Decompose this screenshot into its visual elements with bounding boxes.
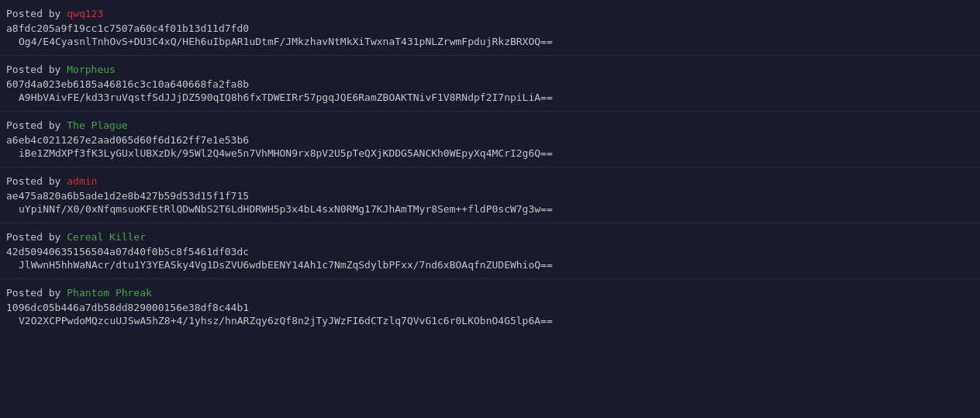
- hash-line-1: a8fdc205a9f19cc1c7507a60c4f01b13d11d7fd0: [6, 22, 974, 34]
- posted-by-label-4: Posted by: [6, 175, 67, 187]
- encoded-line-6: V2O2XCPPwdoMQzcuUJSwA5hZ8+4/1yhsz/hnARZq…: [6, 315, 974, 326]
- posted-by-line-4: Posted by admin: [6, 175, 974, 187]
- posted-by-line-1: Posted by qwq123: [6, 8, 974, 19]
- post-block-6: Posted by Phantom Phreak1096dc05b446a7db…: [0, 279, 980, 334]
- encoded-line-2: A9HbVAivFE/kd33ruVqstfSdJJjDZ590qIQ8h6fx…: [6, 92, 974, 103]
- posted-by-label-6: Posted by: [6, 287, 67, 299]
- hash-line-5: 42d50940635156504a07d40f0b5c8f5461df03dc: [6, 246, 974, 257]
- posted-by-line-5: Posted by Cereal Killer: [6, 231, 974, 243]
- posts-container: Posted by qwq123a8fdc205a9f19cc1c7507a60…: [0, 0, 980, 334]
- posted-by-label-1: Posted by: [6, 8, 67, 19]
- username-5[interactable]: Cereal Killer: [67, 231, 146, 243]
- post-block-2: Posted by Morpheus607d4a023eb6185a46816c…: [0, 56, 980, 112]
- post-block-1: Posted by qwq123a8fdc205a9f19cc1c7507a60…: [0, 0, 980, 56]
- posted-by-line-6: Posted by Phantom Phreak: [6, 287, 974, 299]
- hash-line-2: 607d4a023eb6185a46816c3c10a640668fa2fa8b: [6, 78, 974, 90]
- posted-by-line-3: Posted by The Plague: [6, 119, 974, 131]
- username-2[interactable]: Morpheus: [67, 64, 116, 75]
- encoded-line-3: iBe1ZMdXPf3fK3LyGUxlUBXzDk/95Wl2Q4we5n7V…: [6, 147, 974, 159]
- posted-by-label-5: Posted by: [6, 231, 67, 243]
- encoded-line-4: uYpiNNf/X0/0xNfqmsuoKFEtRlQDwNbS2T6LdHDR…: [6, 203, 974, 215]
- hash-line-3: a6eb4c0211267e2aad065d60f6d162ff7e1e53b6: [6, 134, 974, 146]
- username-4[interactable]: admin: [67, 175, 97, 187]
- username-1[interactable]: qwq123: [67, 8, 103, 19]
- username-3[interactable]: The Plague: [67, 119, 127, 131]
- username-6[interactable]: Phantom Phreak: [67, 287, 152, 299]
- hash-line-4: ae475a820a6b5ade1d2e8b427b59d53d15f1f715: [6, 190, 974, 202]
- post-block-5: Posted by Cereal Killer42d50940635156504…: [0, 223, 980, 279]
- encoded-line-1: Og4/E4CyasnlTnhOvS+DU3C4xQ/HEh6uIbpAR1uD…: [6, 36, 974, 47]
- post-block-3: Posted by The Plaguea6eb4c0211267e2aad06…: [0, 112, 980, 168]
- encoded-line-5: JlWwnH5hhWaNAcr/dtu1Y3YEASky4Vg1DsZVU6wd…: [6, 259, 974, 271]
- hash-line-6: 1096dc05b446a7db58dd829000156e38df8c44b1: [6, 302, 974, 313]
- posted-by-line-2: Posted by Morpheus: [6, 64, 974, 75]
- posted-by-label-3: Posted by: [6, 119, 67, 131]
- posted-by-label-2: Posted by: [6, 64, 67, 75]
- post-block-4: Posted by adminae475a820a6b5ade1d2e8b427…: [0, 168, 980, 223]
